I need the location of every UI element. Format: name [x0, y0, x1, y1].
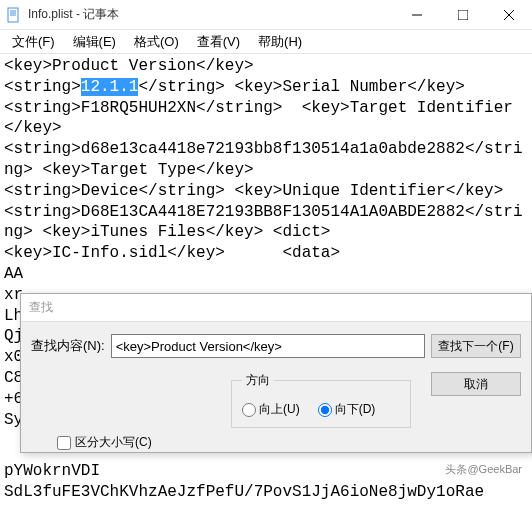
direction-fieldset: 方向 向上(U) 向下(D) [231, 372, 411, 428]
watermark: 头条@GeekBar [445, 462, 522, 477]
find-dialog-body: 查找内容(N): 查找下一个(F) 方向 向上(U) 向下(D) 取消 区分大小… [21, 322, 531, 452]
find-dialog-title[interactable]: 查找 [21, 294, 531, 322]
text-line: <key>Product Version</key> [4, 57, 254, 75]
menu-file[interactable]: 文件(F) [4, 31, 63, 53]
minimize-button[interactable] [394, 0, 440, 30]
close-button[interactable] [486, 0, 532, 30]
direction-legend: 方向 [242, 372, 274, 389]
text-selection: 12.1.1 [81, 78, 139, 96]
radio-down-input[interactable] [318, 403, 332, 417]
radio-up[interactable]: 向上(U) [242, 401, 300, 418]
maximize-button[interactable] [440, 0, 486, 30]
notepad-icon [6, 7, 22, 23]
menu-format[interactable]: 格式(O) [126, 31, 187, 53]
text-line: <string>D68E13CA4418E72193BB8F130514A1A0… [4, 203, 522, 242]
radio-up-label: 向上(U) [259, 401, 300, 418]
find-input[interactable] [111, 334, 425, 358]
text-line: <string> [4, 78, 81, 96]
text-line: <key>IC-Info.sidl</key> <data> [4, 244, 340, 262]
find-dialog: 查找 查找内容(N): 查找下一个(F) 方向 向上(U) 向下(D) 取消 [20, 293, 532, 453]
match-case-label: 区分大小写(C) [75, 434, 152, 451]
match-case-input[interactable] [57, 436, 71, 450]
find-label: 查找内容(N): [31, 337, 105, 355]
menu-edit[interactable]: 编辑(E) [65, 31, 124, 53]
radio-down[interactable]: 向下(D) [318, 401, 376, 418]
menu-view[interactable]: 查看(V) [189, 31, 248, 53]
window-controls [394, 0, 532, 30]
match-case-checkbox[interactable]: 区分大小写(C) [57, 434, 152, 451]
text-line: pYWokrnVDI [4, 462, 100, 480]
text-line: AA [4, 265, 23, 283]
find-next-button[interactable]: 查找下一个(F) [431, 334, 521, 358]
menu-help[interactable]: 帮助(H) [250, 31, 310, 53]
radio-up-input[interactable] [242, 403, 256, 417]
menubar: 文件(F) 编辑(E) 格式(O) 查看(V) 帮助(H) [0, 30, 532, 54]
text-line: SdL3fuFE3VChKVhzAeJzfPefU/7PovS1JjA6ioNe… [4, 483, 484, 501]
window-titlebar: Info.plist - 记事本 [0, 0, 532, 30]
text-line: <string>F18RQ5HUH2XN</string> <key>Targe… [4, 99, 513, 138]
cancel-button[interactable]: 取消 [431, 372, 521, 396]
text-line: </string> <key>Serial Number</key> [138, 78, 464, 96]
text-line: <string>d68e13ca4418e72193bb8f130514a1a0… [4, 140, 522, 179]
window-title: Info.plist - 记事本 [28, 6, 394, 23]
svg-rect-5 [458, 10, 468, 20]
text-line: <string>Device</string> <key>Unique Iden… [4, 182, 503, 200]
radio-down-label: 向下(D) [335, 401, 376, 418]
